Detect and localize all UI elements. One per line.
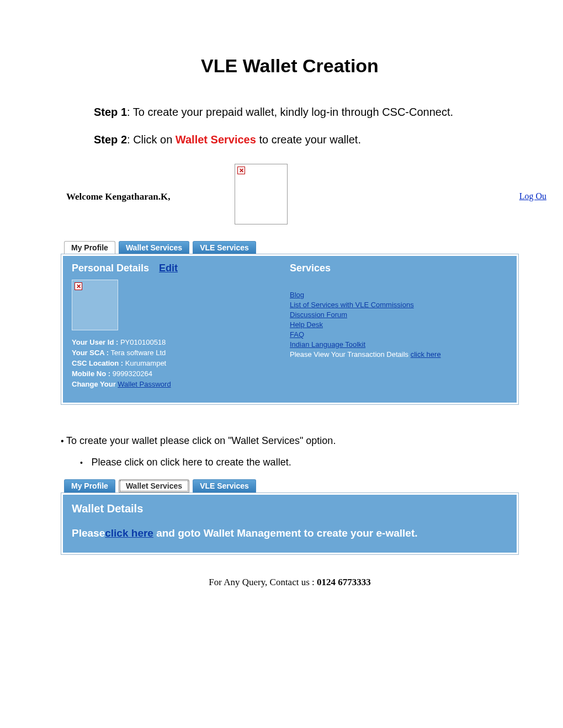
footer-text: For Any Query, Contact us : xyxy=(209,577,317,587)
change-password-label: Change Your xyxy=(72,380,118,388)
location-label: CSC Location : xyxy=(72,359,123,367)
services-heading: Services xyxy=(290,263,508,274)
step-1-label: Step 1 xyxy=(94,106,127,118)
personal-details-heading: Personal Details xyxy=(72,263,149,274)
step-2-label: Step 2 xyxy=(94,133,127,146)
step-2-line: Step 2: Click on Wallet Services to crea… xyxy=(94,132,519,147)
user-id-value: PY010100518 xyxy=(120,338,166,346)
link-blog[interactable]: Blog xyxy=(290,291,304,299)
tab2-wallet-services[interactable]: Wallet Services xyxy=(119,479,189,493)
wallet-please-text: Please xyxy=(72,527,105,539)
link-indian-language-toolkit[interactable]: Indian Language Toolkit xyxy=(290,340,365,349)
bullet-1: To create your wallet please click on "W… xyxy=(61,435,519,447)
wallet-details-heading: Wallet Details xyxy=(72,502,508,515)
link-faq[interactable]: FAQ xyxy=(290,330,304,339)
link-help-desk[interactable]: Help Desk xyxy=(290,320,323,329)
wallet-password-link[interactable]: Wallet Password xyxy=(118,380,171,388)
broken-image-icon: ✕ xyxy=(75,282,82,290)
sca-label: Your SCA : xyxy=(72,349,109,357)
wallet-details-panel: Wallet Details Pleaseclick here and goto… xyxy=(63,495,517,553)
transaction-text: Please View Your Transaction Details xyxy=(290,350,411,358)
footer-number: 0124 6773333 xyxy=(317,577,371,587)
tab-wallet-services[interactable]: Wallet Services xyxy=(119,241,189,254)
footer: For Any Query, Contact us : 0124 6773333 xyxy=(61,577,519,588)
wallet-post-text: and goto Wallet Management to create you… xyxy=(153,527,418,539)
broken-image-icon: ✕ xyxy=(237,167,245,174)
screenshot-profile: Welcome Kengatharan.K, ✕ Log Ou My Profi… xyxy=(61,164,519,405)
tab-vle-services[interactable]: VLE Services xyxy=(193,241,256,254)
transaction-click-here[interactable]: click here xyxy=(411,350,441,358)
profile-broken-image: ✕ xyxy=(72,280,118,330)
edit-link[interactable]: Edit xyxy=(159,263,178,274)
mobile-label: Mobile No : xyxy=(72,370,110,378)
step-2-link-text: Wallet Services xyxy=(176,133,256,146)
tab2-vle-services[interactable]: VLE Services xyxy=(193,479,256,493)
welcome-text: Welcome Kengatharan.K, xyxy=(66,191,170,202)
page-title: VLE Wallet Creation xyxy=(61,55,519,77)
link-service-list[interactable]: List of Services with VLE Commissions xyxy=(290,301,414,309)
sca-value: Tera software Ltd xyxy=(111,349,166,357)
step-2-text-b: to create your wallet. xyxy=(256,133,361,146)
bullet-2: Please click on click here to create the… xyxy=(80,457,519,468)
link-discussion-forum[interactable]: Discussion Forum xyxy=(290,311,347,319)
user-id-label: Your User Id : xyxy=(72,338,118,346)
step-1-text: : To create your prepaid wallet, kindly … xyxy=(127,106,453,118)
bullets-block: To create your wallet please click on "W… xyxy=(61,435,519,468)
mobile-value: 9999320264 xyxy=(113,370,152,378)
step-2-text-a: : Click on xyxy=(127,133,176,146)
header-broken-image: ✕ xyxy=(235,164,288,224)
services-panel: Services Blog List of Services with VLE … xyxy=(290,263,508,395)
tab-bar-1: My Profile Wallet Services VLE Services xyxy=(64,241,519,254)
logout-link[interactable]: Log Ou xyxy=(519,191,546,201)
personal-details-panel: Personal Details Edit ✕ Your User Id : P… xyxy=(72,263,290,395)
wallet-click-here[interactable]: click here xyxy=(105,527,153,539)
location-value: Kurumampet xyxy=(125,359,166,367)
tab-bar-2: My Profile Wallet Services VLE Services xyxy=(64,479,519,493)
screenshot-wallet: My Profile Wallet Services VLE Services … xyxy=(61,479,519,555)
steps-block: Step 1: To create your prepaid wallet, k… xyxy=(94,104,519,147)
step-1-line: Step 1: To create your prepaid wallet, k… xyxy=(94,104,519,120)
tab2-my-profile[interactable]: My Profile xyxy=(64,479,115,493)
tab-my-profile[interactable]: My Profile xyxy=(64,241,115,254)
